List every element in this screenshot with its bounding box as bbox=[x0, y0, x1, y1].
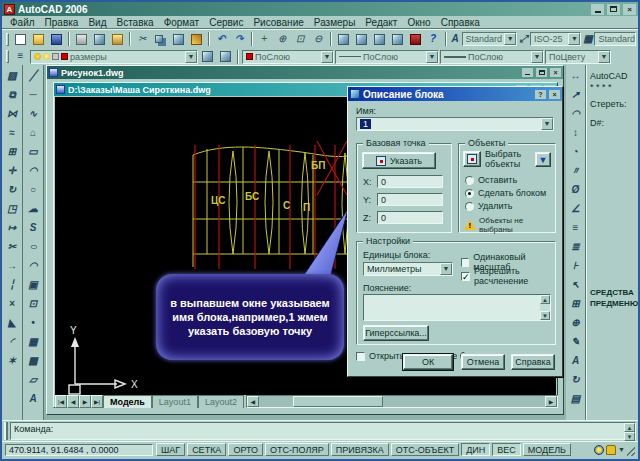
minimize-button[interactable] bbox=[591, 4, 604, 15]
dim-ordinate-icon[interactable] bbox=[567, 124, 585, 143]
zoom-previous-icon[interactable] bbox=[310, 32, 327, 47]
status-toggle[interactable]: ОТС-ОБЪЕКТ bbox=[391, 443, 459, 456]
screen-menu-item[interactable]: ПРЕДМЕНЮ bbox=[590, 298, 636, 309]
explode-icon[interactable] bbox=[3, 352, 21, 371]
chevron-down-icon[interactable]: ▼ bbox=[531, 51, 543, 63]
menu-item[interactable]: Рисование bbox=[248, 17, 308, 28]
table-style-icon[interactable]: ▦ bbox=[582, 32, 593, 47]
ellipse-icon[interactable] bbox=[24, 238, 42, 257]
y-field[interactable]: 0 bbox=[377, 193, 443, 206]
layout-tab[interactable]: Layout1 bbox=[152, 395, 198, 408]
match-properties-icon[interactable] bbox=[188, 32, 205, 47]
maximize-button[interactable] bbox=[607, 4, 620, 15]
fillet-icon[interactable] bbox=[3, 333, 21, 352]
doc-restore-button[interactable] bbox=[536, 68, 547, 77]
horizontal-scrollbar[interactable]: ◀ ▶ bbox=[246, 395, 558, 408]
scroll-down-icon[interactable]: ▼ bbox=[624, 432, 635, 441]
scale-icon[interactable] bbox=[3, 200, 21, 219]
chevron-down-icon[interactable]: ▼ bbox=[568, 33, 580, 45]
hyperlink-button[interactable]: Гиперссылка... bbox=[363, 325, 429, 341]
sheet-set-manager-icon[interactable] bbox=[389, 32, 406, 47]
toolbar-grip[interactable] bbox=[6, 33, 9, 46]
radio-keep[interactable]: Оставить bbox=[465, 175, 517, 185]
spline-icon[interactable] bbox=[24, 219, 42, 238]
dialog-close-button[interactable]: × bbox=[549, 90, 560, 99]
tab-last-icon[interactable]: ▶| bbox=[91, 395, 103, 408]
status-toggle[interactable]: СЕТКА bbox=[187, 443, 226, 456]
scroll-left-icon[interactable]: ◀ bbox=[247, 396, 259, 407]
copy-object-icon[interactable] bbox=[3, 86, 21, 105]
status-toggle[interactable]: МОДЕЛЬ bbox=[523, 443, 571, 456]
toolbar-grip[interactable] bbox=[6, 50, 9, 63]
dim-arc-length-icon[interactable] bbox=[567, 105, 585, 124]
dim-angular-icon[interactable] bbox=[567, 200, 585, 219]
dim-style-icon[interactable] bbox=[567, 390, 585, 409]
screen-menu-item[interactable]: D#: bbox=[590, 118, 636, 129]
menu-item[interactable]: Справка bbox=[436, 17, 485, 28]
redo-icon[interactable] bbox=[231, 32, 248, 47]
text-style-combo[interactable]: Standard ▼ bbox=[462, 32, 518, 46]
move-icon[interactable] bbox=[3, 162, 21, 181]
command-input[interactable]: Команда: ▲▼ bbox=[10, 422, 636, 440]
break-icon[interactable] bbox=[3, 295, 21, 314]
menu-item[interactable]: Вид bbox=[83, 17, 111, 28]
radio-delete[interactable]: Удалить bbox=[465, 201, 512, 211]
copy-icon[interactable] bbox=[152, 32, 169, 47]
select-objects-button[interactable] bbox=[463, 151, 481, 167]
dim-radius-icon[interactable] bbox=[567, 143, 585, 162]
linetype-combo[interactable]: ПоСлою ▼ bbox=[335, 50, 439, 64]
color-combo[interactable]: ПоСлою ▼ bbox=[242, 50, 334, 64]
ok-button[interactable]: ОК bbox=[403, 354, 453, 370]
cut-icon[interactable] bbox=[134, 32, 151, 47]
polyline-icon[interactable] bbox=[24, 105, 42, 124]
menu-item[interactable]: Окно bbox=[402, 17, 435, 28]
status-toggle[interactable]: ВЕС bbox=[492, 443, 521, 456]
zoom-realtime-icon[interactable] bbox=[274, 32, 291, 47]
status-toggle[interactable]: ОРТО bbox=[228, 443, 263, 456]
layout-tab[interactable]: Модель bbox=[103, 395, 152, 408]
tray-menu-icon[interactable]: ▼ bbox=[618, 446, 625, 453]
properties-icon[interactable] bbox=[335, 32, 352, 47]
dim-style-icon[interactable]: ⤢ bbox=[518, 32, 529, 47]
help-button[interactable]: Справка bbox=[511, 354, 555, 370]
tool-palettes-icon[interactable] bbox=[371, 32, 388, 47]
make-object-layer-current-icon[interactable] bbox=[199, 49, 216, 64]
layer-combo[interactable]: размеры ▼ bbox=[30, 50, 198, 64]
gradient-icon[interactable] bbox=[24, 352, 42, 371]
quick-leader-icon[interactable] bbox=[567, 276, 585, 295]
plot-icon[interactable] bbox=[73, 32, 90, 47]
break-at-point-icon[interactable] bbox=[3, 276, 21, 295]
resize-grip[interactable] bbox=[627, 444, 635, 456]
z-field[interactable]: 0 bbox=[377, 211, 443, 224]
screen-menu-item[interactable]: AutoCAD bbox=[590, 71, 636, 82]
dim-aligned-icon[interactable] bbox=[567, 86, 585, 105]
layers-icon[interactable]: ≡ bbox=[12, 49, 29, 64]
chevron-down-icon[interactable]: ▼ bbox=[504, 33, 516, 45]
doc-minimize-button[interactable] bbox=[522, 68, 533, 77]
command-scrollbar[interactable]: ▲▼ bbox=[624, 423, 635, 439]
tab-first-icon[interactable]: |◀ bbox=[55, 395, 67, 408]
dim-jogged-icon[interactable] bbox=[567, 162, 585, 181]
text-style-icon[interactable]: A bbox=[450, 32, 461, 47]
dim-diameter-icon[interactable] bbox=[567, 181, 585, 200]
erase-icon[interactable] bbox=[3, 67, 21, 86]
chevron-down-icon[interactable]: ▼ bbox=[321, 51, 333, 63]
ellipse-arc-icon[interactable] bbox=[24, 257, 42, 276]
command-splitter[interactable] bbox=[4, 422, 8, 440]
doc-close-button[interactable]: × bbox=[550, 68, 561, 77]
coordinates-readout[interactable]: 470.9114, 91.6484 , 0.0000 bbox=[5, 444, 153, 456]
tab-prev-icon[interactable]: ◀ bbox=[67, 395, 79, 408]
tab-next-icon[interactable]: ▶ bbox=[79, 395, 91, 408]
status-toggle[interactable]: ОТС-ПОЛЯР bbox=[265, 443, 329, 456]
block-name-combo[interactable]: 1 ▼ bbox=[356, 117, 554, 131]
close-button[interactable]: × bbox=[623, 4, 636, 15]
dim-text-edit-icon[interactable] bbox=[567, 352, 585, 371]
center-mark-icon[interactable] bbox=[567, 314, 585, 333]
dialog-titlebar[interactable]: Описание блока ? × bbox=[348, 87, 562, 101]
scroll-down-icon[interactable]: ▼ bbox=[540, 311, 550, 320]
menu-item[interactable]: Формат bbox=[159, 17, 205, 28]
dim-linear-icon[interactable] bbox=[567, 67, 585, 86]
zoom-window-icon[interactable] bbox=[292, 32, 309, 47]
menu-item[interactable]: Вставка bbox=[111, 17, 158, 28]
arc-icon[interactable] bbox=[24, 162, 42, 181]
